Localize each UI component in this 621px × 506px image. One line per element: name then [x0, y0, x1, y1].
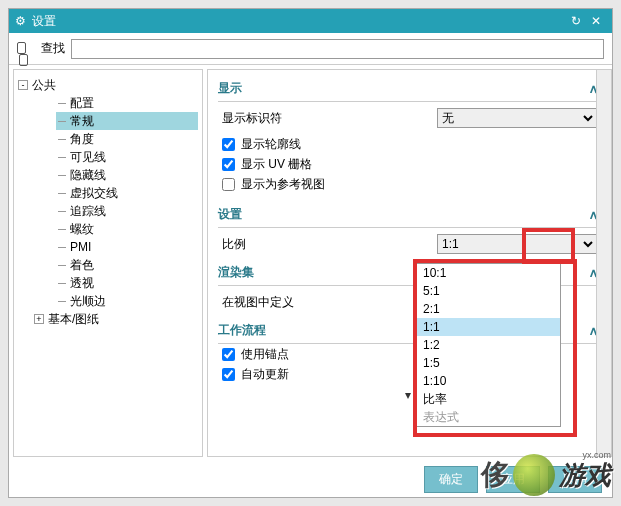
tree-item[interactable]: 螺纹	[56, 220, 198, 238]
section-workflow-title: 工作流程	[218, 322, 266, 339]
dropdown-option[interactable]: 1:5	[417, 354, 560, 372]
tree-item[interactable]: 配置	[56, 94, 198, 112]
tree-item[interactable]: 着色	[56, 256, 198, 274]
expand-icon[interactable]: +	[34, 314, 44, 324]
checkbox-label: 显示轮廓线	[241, 136, 301, 153]
section-renderset-title: 渲染集	[218, 264, 254, 281]
dropdown-option[interactable]: 表达式	[417, 408, 560, 426]
checkbox-label: 显示 UV 栅格	[241, 156, 312, 173]
dropdown-option[interactable]: 5:1	[417, 282, 560, 300]
vertical-scrollbar[interactable]	[596, 69, 612, 457]
tree-item[interactable]: 追踪线	[56, 202, 198, 220]
marker-label: 显示标识符	[218, 110, 437, 127]
close-icon[interactable]: ✕	[586, 14, 606, 28]
checkbox-label: 使用锚点	[241, 346, 289, 363]
gear-icon: ⚙	[15, 14, 26, 28]
refresh-icon[interactable]: ↻	[566, 14, 586, 28]
checkbox[interactable]	[222, 138, 235, 151]
tree-item[interactable]: 隐藏线	[56, 166, 198, 184]
cancel-button[interactable]: 取消	[548, 466, 602, 493]
dropdown-option[interactable]: 10:1	[417, 264, 560, 282]
checkbox-label: 自动更新	[241, 366, 289, 383]
section-display-title: 显示	[218, 80, 242, 97]
collapse-icon[interactable]: -	[18, 80, 28, 90]
dropdown-option[interactable]: 比率	[417, 390, 560, 408]
checkbox[interactable]	[222, 178, 235, 191]
tree-item[interactable]: 可见线	[56, 148, 198, 166]
checkbox[interactable]	[222, 368, 235, 381]
apply-button[interactable]: 应用	[486, 466, 540, 493]
section-settings-title: 设置	[218, 206, 242, 223]
dropdown-option[interactable]: 1:1	[417, 318, 560, 336]
marker-select[interactable]: 无	[437, 108, 597, 128]
tree-item[interactable]: 常规	[56, 112, 198, 130]
dropdown-option[interactable]: 2:1	[417, 300, 560, 318]
search-label: 查找	[41, 40, 65, 57]
checkbox-label: 显示为参考视图	[241, 176, 325, 193]
nav-tree: - 公共 配置常规角度可见线隐藏线虚拟交线追踪线螺纹PMI着色透视光顺边 + 基…	[13, 69, 203, 457]
search-input[interactable]	[71, 39, 604, 59]
dropdown-option[interactable]: 1:10	[417, 372, 560, 390]
checkbox[interactable]	[222, 348, 235, 361]
dropdown-option[interactable]: 1:2	[417, 336, 560, 354]
tree-item[interactable]: PMI	[56, 238, 198, 256]
scale-label: 比例	[218, 236, 437, 253]
tree-item[interactable]: 光顺边	[56, 292, 198, 310]
binoculars-icon	[17, 42, 35, 56]
tree-item[interactable]: 虚拟交线	[56, 184, 198, 202]
scale-dropdown-list[interactable]: 10:15:12:11:11:21:51:10比率表达式	[416, 263, 561, 427]
tree-item[interactable]: 角度	[56, 130, 198, 148]
dialog-title: 设置	[32, 13, 566, 30]
ok-button[interactable]: 确定	[424, 466, 478, 493]
checkbox[interactable]	[222, 158, 235, 171]
tree-item[interactable]: 透视	[56, 274, 198, 292]
tree-node-basic[interactable]: + 基本/图纸	[34, 310, 198, 328]
scale-select[interactable]: 1:1	[437, 234, 597, 254]
tree-node-public[interactable]: - 公共	[18, 76, 198, 94]
